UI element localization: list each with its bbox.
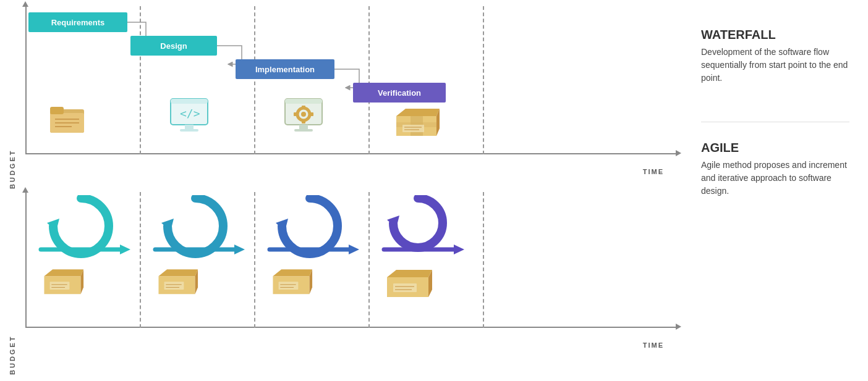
agile-budget-label: BUDGET: [6, 192, 16, 375]
gear-monitor-icon: [282, 98, 325, 137]
svg-marker-58: [454, 245, 464, 254]
svg-rect-10: [180, 129, 198, 132]
right-panel: WATERFALL Development of the software fl…: [689, 6, 862, 375]
svg-rect-62: [393, 283, 417, 292]
agile-dashed-v4: [483, 192, 484, 328]
code-monitor-icon: </>: [168, 98, 211, 137]
svg-point-14: [301, 112, 306, 117]
svg-rect-9: [185, 125, 194, 130]
waterfall-section: BUDGET: [6, 6, 689, 189]
svg-rect-35: [50, 282, 70, 290]
svg-marker-49: [349, 245, 359, 254]
x-arrow: [676, 150, 681, 156]
waterfall-description: WATERFALL Development of the software fl…: [701, 28, 849, 103]
agile-box-3: [270, 265, 313, 298]
agile-iter-4: [378, 195, 464, 266]
waterfall-diagram: Requirements Design: [16, 6, 689, 189]
svg-marker-42: [158, 269, 198, 276]
diagrams-area: BUDGET: [6, 6, 689, 375]
svg-rect-7: [171, 99, 208, 104]
agile-box-4: [384, 265, 433, 301]
svg-rect-17: [294, 112, 297, 116]
agile-title: AGILE: [701, 141, 849, 155]
waterfall-budget-label: BUDGET: [6, 6, 16, 189]
agile-iter-3: [263, 195, 359, 266]
svg-rect-19: [299, 125, 308, 130]
agile-desc: Agile method proposes and increment and …: [701, 159, 849, 198]
agile-chart: [16, 192, 689, 340]
svg-rect-18: [310, 112, 313, 116]
svg-rect-12: [285, 99, 322, 104]
svg-rect-20: [294, 129, 313, 132]
agile-dashed-v3: [368, 192, 370, 328]
agile-x-arrow: [676, 324, 681, 330]
svg-rect-44: [164, 282, 184, 290]
agile-box-2: [155, 265, 198, 298]
y-arrow: [22, 1, 28, 7]
agile-diagram: TIME: [16, 192, 689, 375]
waterfall-desc: Development of the software flow sequent…: [701, 46, 849, 85]
agile-description: AGILE Agile method proposes and incremen…: [701, 141, 849, 216]
svg-marker-33: [44, 269, 83, 276]
waterfall-chart: Requirements Design: [16, 6, 689, 167]
agile-section: BUDGET: [6, 192, 689, 375]
waterfall-x-axis: [25, 153, 676, 154]
agile-iter-1: [35, 195, 130, 266]
svg-marker-60: [387, 270, 432, 277]
requirements-box: Requirements: [28, 12, 127, 32]
agile-x-axis: [25, 327, 676, 328]
box-icon-wf: [393, 104, 440, 140]
waterfall-y-axis: [25, 6, 27, 154]
agile-y-axis: [25, 192, 27, 328]
svg-rect-53: [279, 282, 299, 290]
dashed-v4: [483, 6, 484, 154]
verification-box: Verification: [353, 83, 446, 103]
svg-marker-22: [396, 109, 440, 116]
svg-rect-15: [302, 106, 305, 109]
agile-iter-2: [149, 195, 245, 266]
svg-marker-40: [234, 245, 245, 254]
svg-marker-31: [120, 245, 130, 254]
folder-icon: [50, 102, 87, 138]
svg-rect-16: [302, 120, 305, 124]
waterfall-title: WATERFALL: [701, 28, 849, 42]
main-content: BUDGET: [0, 0, 868, 381]
agile-dashed-v2: [254, 192, 255, 328]
divider: [701, 122, 849, 122]
agile-box-1: [41, 265, 84, 298]
svg-rect-26: [402, 125, 424, 132]
dashed-v2: [254, 6, 255, 154]
implementation-box: Implementation: [236, 59, 334, 79]
agile-y-arrow: [22, 187, 28, 193]
design-box: Design: [130, 36, 217, 56]
svg-rect-2: [50, 107, 64, 114]
svg-text:</>: </>: [180, 107, 200, 120]
svg-marker-51: [273, 269, 312, 276]
waterfall-time-label: TIME: [16, 168, 689, 175]
agile-dashed-v1: [140, 192, 141, 328]
agile-time-label: TIME: [16, 341, 689, 349]
